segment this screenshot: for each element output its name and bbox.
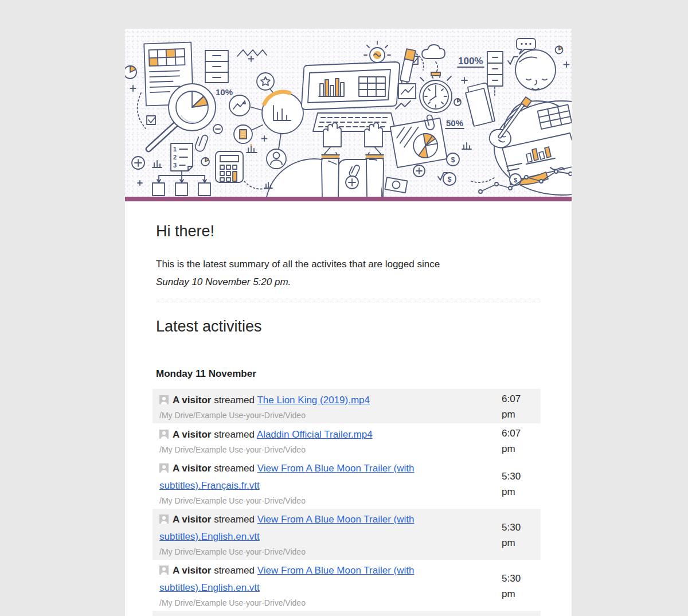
cabinet-icon: [205, 50, 228, 83]
activity-row: A visitor streamed View From A Blue Moon…: [153, 560, 541, 611]
hero-illustration: 10%: [125, 29, 572, 197]
cloud-icon: [422, 45, 445, 84]
plus-circle-icon: [346, 176, 358, 189]
activity-action: streamed: [214, 463, 255, 474]
mini-bars-icon: [153, 161, 162, 167]
mini-pie-icon: [454, 99, 461, 106]
dollar-icon: $: [447, 153, 459, 166]
activity-path: /My Drive/Example Use-your-Drive/Video: [159, 596, 502, 610]
activity-action: streamed: [214, 565, 255, 576]
svg-text:3: 3: [173, 162, 177, 169]
paperclip-icon: [194, 133, 208, 153]
plus-doodle: [138, 181, 142, 185]
activity-action: streamed: [214, 429, 255, 440]
activity-main: A visitor streamed View From A Blue Moon…: [159, 511, 502, 559]
svg-text:50%: 50%: [446, 118, 463, 128]
activity-time: 5:30 pm: [502, 571, 525, 602]
activity-main: A visitor streamed The Lion King (2019).…: [159, 392, 502, 422]
intro-text: This is the latest summary of all the ac…: [156, 259, 440, 270]
file-link[interactable]: The Lion King (2019).mp4: [257, 395, 370, 406]
activity-actor: A visitor: [173, 463, 211, 474]
activity-main: A visitor streamed View From A Blue Moon…: [159, 562, 502, 610]
svg-text:2: 2: [173, 154, 177, 161]
checkbox-icon: [147, 116, 155, 124]
dollar-icon: $: [443, 173, 456, 185]
purple-divider-bar: [125, 197, 572, 201]
activity-time: 6:07 pm: [502, 391, 525, 422]
folder-icon: [466, 83, 495, 126]
mini-clock-icon: [201, 158, 209, 166]
visitor-avatar-icon: [159, 427, 169, 436]
activity-path: /My Drive/Example Use-your-Drive/Video: [159, 443, 502, 457]
greeting-title: Hi there!: [156, 223, 541, 240]
visitor-avatar-icon: [159, 461, 169, 470]
activity-path: /My Drive/Example Use-your-Drive/Video: [159, 494, 502, 508]
stopwatch-icon: [420, 72, 452, 112]
activity-row-partial: [153, 611, 541, 616]
dashed-curve: [471, 178, 494, 182]
activity-main: [159, 613, 541, 616]
mini-bars-icon: [462, 143, 471, 149]
activity-actor: A visitor: [173, 514, 211, 525]
activity-time: 5:30 pm: [502, 520, 525, 551]
visitor-avatar-icon: [159, 512, 169, 521]
svg-text:100%: 100%: [458, 56, 483, 67]
activity-action: streamed: [214, 514, 255, 525]
zigzag-doodle: [396, 101, 411, 109]
activity-row: A visitor streamed View From A Blue Moon…: [153, 509, 541, 560]
laptop-icon: [302, 62, 400, 131]
dollar-icon: $: [510, 174, 521, 185]
pie-icon: [125, 66, 136, 79]
pie-chart-paper-icon: [390, 118, 447, 167]
mini-pie-icon: [556, 46, 563, 54]
visitor-avatar-icon: [159, 393, 169, 402]
plus-circle-icon: [413, 165, 425, 177]
page: { "page": { "background": "#e8e8e8", "ca…: [0, 0, 688, 616]
analytics-doodle-banner: 10%: [125, 29, 572, 197]
activity-main: A visitor streamed Aladdin Official Trai…: [159, 426, 502, 457]
activity-path: /My Drive/Example Use-your-Drive/Video: [159, 409, 502, 422]
activity-action: streamed: [214, 395, 255, 406]
zigzag-doodle: [237, 50, 267, 56]
hundred-percent-label: 100%: [458, 56, 489, 67]
money-icon: [385, 177, 407, 193]
email-body: Hi there! This is the latest summary of …: [125, 223, 572, 616]
day-heading: Monday 11 November: [156, 368, 541, 380]
calculator-icon: [216, 151, 243, 182]
intro-date: Sunday 10 November 5:20 pm.: [156, 276, 291, 287]
minus-icon: [213, 124, 222, 134]
activity-time: 5:30 pm: [502, 469, 525, 500]
visitor-avatar-icon: [159, 563, 169, 572]
sun-icon: [364, 41, 390, 63]
cabinet-icon: [487, 52, 503, 95]
svg-text:$: $: [451, 156, 455, 164]
activity-path: /My Drive/Example Use-your-Drive/Video: [159, 545, 502, 559]
file-link[interactable]: Aladdin Official Trailer.mp4: [257, 429, 373, 440]
activity-actor: A visitor: [173, 565, 211, 576]
fifty-percent-label: 50%: [445, 118, 464, 128]
plus-doodle: [249, 56, 254, 61]
intro-paragraph: This is the latest summary of all the ac…: [156, 255, 541, 291]
svg-text:$: $: [514, 177, 517, 184]
plus-doodle: [131, 85, 136, 91]
activity-row: A visitor streamed Aladdin Official Trai…: [153, 423, 541, 458]
plus-doodle: [462, 77, 467, 83]
mini-bars-icon: [264, 182, 272, 188]
mini-bars-icon: [247, 144, 257, 153]
activity-row: A visitor streamed View From A Blue Moon…: [153, 458, 541, 509]
activity-main: A visitor streamed View From A Blue Moon…: [159, 460, 502, 508]
activity-list: A visitor streamed The Lion King (2019).…: [153, 389, 541, 616]
activity-time: 6:07 pm: [502, 426, 525, 457]
highlighter-icon: [398, 49, 416, 88]
plus-circle-icon: [132, 157, 144, 169]
activity-actor: A visitor: [173, 395, 211, 406]
activity-actor: A visitor: [173, 429, 211, 440]
dotted-divider: [156, 302, 541, 302]
dashed-curve: [244, 181, 267, 189]
activity-row: A visitor streamed The Lion King (2019).…: [153, 389, 541, 423]
plus-doodle: [262, 136, 267, 141]
svg-text:1: 1: [173, 146, 177, 153]
trend-box-icon: [398, 84, 416, 99]
dashed-curve: [138, 93, 146, 128]
svg-text:$: $: [448, 176, 452, 184]
